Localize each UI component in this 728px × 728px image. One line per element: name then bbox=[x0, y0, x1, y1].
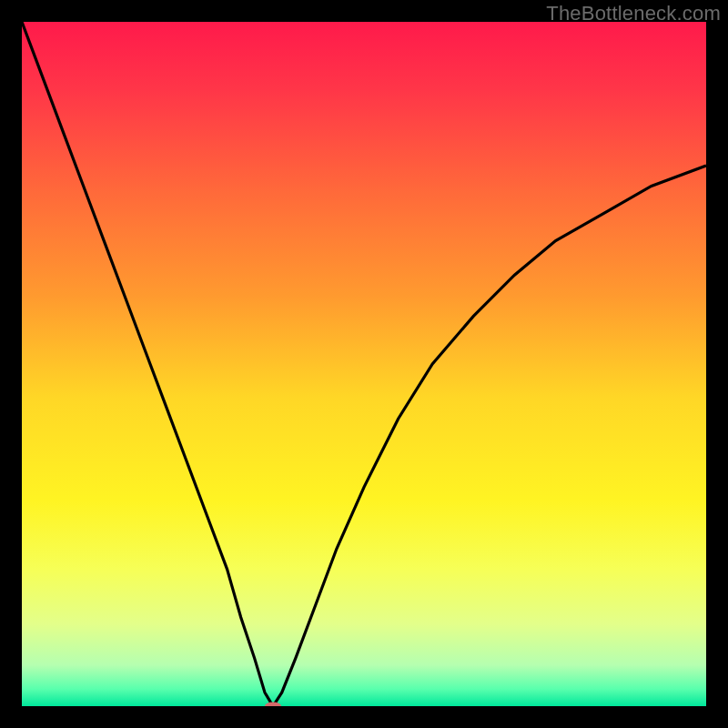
attribution-text: TheBottleneck.com bbox=[546, 2, 721, 25]
bottleneck-chart bbox=[22, 22, 706, 706]
gradient-background bbox=[22, 22, 706, 706]
